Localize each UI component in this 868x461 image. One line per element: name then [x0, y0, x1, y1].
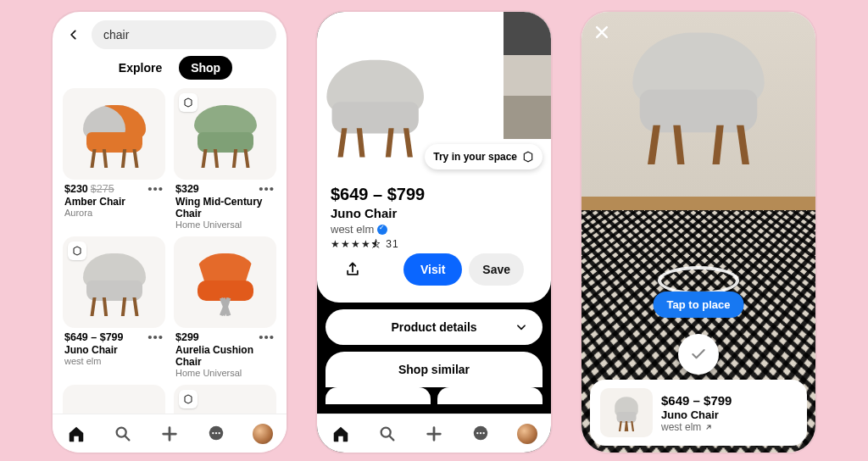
nav-home-icon[interactable]	[66, 424, 86, 444]
product-brand-link[interactable]: west elm	[661, 421, 732, 433]
result-card[interactable]: $230$275••• Amber Chair Aurora	[63, 88, 165, 231]
search-query: chair	[103, 28, 129, 42]
result-price: $329	[175, 183, 199, 195]
similar-card[interactable]	[326, 387, 431, 404]
result-price: $230$275	[64, 183, 114, 195]
verified-icon	[377, 225, 387, 235]
more-icon[interactable]: •••	[147, 186, 164, 192]
nav-messages-icon[interactable]	[470, 424, 491, 444]
result-brand: west elm	[64, 356, 164, 366]
nav-search-icon[interactable]	[377, 424, 398, 444]
more-icon[interactable]: •••	[259, 186, 275, 192]
product-brand[interactable]: west elm	[331, 223, 537, 236]
nav-profile-avatar[interactable]	[253, 424, 273, 444]
bottom-nav	[53, 414, 287, 453]
visit-button[interactable]: Visit	[403, 253, 462, 286]
result-name: Aurelia Cushion Chair	[175, 344, 275, 368]
result-card[interactable]: $299••• Aurelia Cushion Chair Home Unive…	[174, 236, 276, 380]
product-name: Juno Chair	[661, 408, 732, 421]
nav-profile-avatar[interactable]	[517, 424, 537, 444]
share-button[interactable]	[344, 261, 364, 278]
product-thumbnail	[600, 388, 653, 437]
svg-point-7	[476, 431, 478, 433]
similar-card[interactable]	[437, 387, 542, 404]
close-button[interactable]	[593, 24, 610, 41]
try-in-space-button[interactable]: Try in your space	[425, 144, 542, 169]
more-icon[interactable]: •••	[147, 334, 164, 341]
search-input[interactable]: chair	[92, 20, 276, 49]
external-link-icon	[704, 423, 713, 431]
nav-search-icon[interactable]	[113, 424, 133, 444]
phone-product-detail: Try in your space $649 – $799 Juno Chair…	[317, 12, 551, 453]
result-name: Wing Mid-Century Chair	[175, 196, 275, 219]
close-icon	[593, 24, 610, 41]
result-price: $299	[175, 331, 199, 343]
result-brand: Aurora	[64, 208, 164, 218]
svg-point-8	[480, 431, 481, 433]
tap-to-place-button[interactable]: Tap to place	[654, 292, 744, 318]
bottom-nav	[317, 414, 551, 453]
nav-create-icon[interactable]	[424, 424, 444, 444]
ar-cube-icon	[522, 151, 534, 163]
ar-placement-ring	[658, 266, 739, 295]
result-card[interactable]	[174, 385, 276, 414]
product-rating[interactable]: ★★★★⯪ 31	[331, 238, 537, 250]
product-details-section[interactable]: Product details	[326, 309, 542, 345]
nav-messages-icon[interactable]	[206, 424, 226, 444]
svg-point-4	[219, 431, 220, 433]
product-hero[interactable]: Try in your space	[317, 12, 551, 176]
ar-product-model[interactable]	[622, 22, 776, 164]
tab-shop[interactable]: Shop	[179, 56, 232, 80]
context-photo[interactable]	[504, 12, 551, 139]
svg-point-3	[215, 431, 217, 433]
result-card[interactable]: $649 – $799••• Juno Chair west elm	[63, 236, 165, 380]
phone-search-results: chair Explore Shop $230$275••• Amber Cha…	[53, 12, 287, 453]
nav-create-icon[interactable]	[159, 424, 180, 444]
ar-badge-icon	[179, 390, 198, 408]
chevron-down-icon	[515, 321, 527, 333]
result-name: Juno Chair	[64, 344, 164, 356]
capture-button[interactable]	[678, 334, 719, 375]
more-icon[interactable]: •••	[259, 334, 275, 341]
product-price: $649 – $799	[661, 393, 732, 408]
product-name: Juno Chair	[331, 206, 537, 220]
result-card[interactable]: $329••• Wing Mid-Century Chair Home Univ…	[174, 88, 276, 231]
product-image	[319, 52, 431, 157]
product-price: $649 – $799	[331, 185, 537, 204]
save-button[interactable]: Save	[469, 253, 524, 286]
result-card[interactable]	[63, 385, 165, 414]
try-in-space-label: Try in your space	[433, 151, 517, 163]
phone-ar-preview: Tap to place $649 – $799 Juno Chair west…	[581, 12, 815, 453]
chevron-left-icon	[68, 29, 80, 41]
ar-product-card[interactable]: $649 – $799 Juno Chair west elm	[590, 380, 807, 446]
result-price: $649 – $799	[64, 331, 124, 343]
result-brand: Home Universal	[175, 368, 275, 378]
tab-explore[interactable]: Explore	[107, 56, 174, 80]
result-name: Amber Chair	[64, 196, 164, 208]
result-brand: Home Universal	[175, 219, 275, 230]
svg-point-9	[483, 431, 485, 433]
check-icon	[690, 346, 707, 363]
nav-home-icon[interactable]	[331, 424, 351, 444]
shop-similar-section[interactable]: Shop similar	[326, 352, 542, 387]
svg-point-2	[212, 431, 214, 433]
back-button[interactable]	[63, 24, 85, 46]
